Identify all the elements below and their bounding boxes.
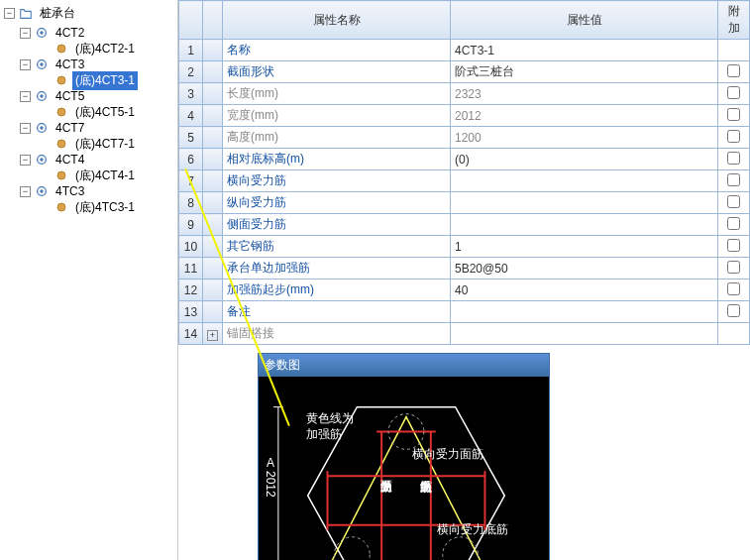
- tree-root[interactable]: − 桩承台: [0, 2, 177, 25]
- prop-value[interactable]: 1: [451, 236, 718, 258]
- tree-leaf[interactable]: (底)4CT5-1: [20, 104, 177, 120]
- prop-value[interactable]: 2323: [451, 83, 718, 105]
- prop-value[interactable]: [451, 170, 718, 192]
- grid-row[interactable]: 2截面形状阶式三桩台: [179, 61, 750, 83]
- extra-checkbox[interactable]: [727, 173, 740, 186]
- svg-point-11: [57, 140, 65, 148]
- prop-name[interactable]: 截面形状: [223, 61, 451, 83]
- row-expand[interactable]: +: [203, 323, 223, 345]
- svg-point-5: [57, 76, 65, 84]
- collapse-icon[interactable]: −: [4, 8, 15, 19]
- prop-name[interactable]: 加强筋起步(mm): [223, 280, 451, 301]
- collapse-icon[interactable]: −: [20, 91, 31, 102]
- main-panel: 属性名称 属性值 附加 1名称4CT3-12截面形状阶式三桩台3长度(mm)23…: [178, 0, 750, 560]
- prop-name[interactable]: 高度(mm): [223, 127, 451, 149]
- svg-point-13: [40, 158, 44, 162]
- tree-leaf-label[interactable]: (底)4CT4-1: [72, 167, 138, 185]
- prop-value[interactable]: [451, 301, 718, 323]
- prop-name[interactable]: 横向受力筋: [223, 170, 451, 192]
- tree-leaf[interactable]: (底)4CT4-1: [20, 168, 177, 183]
- grid-row[interactable]: 13备注: [179, 301, 750, 323]
- collapse-icon[interactable]: −: [20, 123, 31, 134]
- extra-checkbox[interactable]: [727, 239, 740, 252]
- prop-name[interactable]: 相对底标高(m): [223, 149, 451, 170]
- note-line2: 加强筋: [306, 426, 342, 443]
- prop-value[interactable]: [451, 192, 718, 214]
- prop-name[interactable]: 名称: [223, 40, 451, 61]
- prop-name[interactable]: 长度(mm): [223, 83, 451, 105]
- tree-leaf[interactable]: (底)4CT2-1: [20, 41, 177, 56]
- tree-root-label[interactable]: 桩承台: [37, 4, 78, 23]
- grid-row[interactable]: 6相对底标高(m)(0): [179, 149, 750, 170]
- prop-value[interactable]: 1200: [451, 127, 718, 149]
- grid-row[interactable]: 7横向受力筋: [179, 170, 750, 192]
- extra-checkbox[interactable]: [727, 195, 740, 208]
- prop-extra: [718, 40, 750, 61]
- prop-extra: [718, 127, 750, 149]
- prop-name[interactable]: 纵向受力筋: [223, 192, 451, 214]
- extra-checkbox[interactable]: [727, 304, 740, 317]
- grid-row[interactable]: 3长度(mm)2323: [179, 83, 750, 105]
- prop-name[interactable]: 宽度(mm): [223, 105, 451, 127]
- prop-name[interactable]: 承台单边加强筋: [223, 258, 451, 280]
- tree-leaf-label[interactable]: (底)4CT7-1: [72, 135, 138, 154]
- grid-row[interactable]: 11承台单边加强筋5B20@50: [179, 258, 750, 280]
- leaf-icon: [54, 200, 68, 214]
- tree-panel: − 桩承台 −4CT2(底)4CT2-1−4CT3(底)4CT3-1−4CT5(…: [0, 0, 178, 560]
- svg-point-17: [57, 203, 65, 211]
- svg-point-30: [443, 537, 479, 560]
- tree-leaf-label[interactable]: (底)4CT2-1: [72, 40, 138, 58]
- prop-value[interactable]: 2012: [451, 105, 718, 127]
- tree-leaf-label[interactable]: (底)4TC3-1: [72, 198, 138, 217]
- header-extra: 附加: [718, 1, 750, 40]
- prop-extra: [718, 83, 750, 105]
- tree-leaf[interactable]: (底)4CT7-1: [20, 136, 177, 152]
- collapse-icon[interactable]: −: [20, 59, 31, 70]
- grid-row[interactable]: 8纵向受力筋: [179, 192, 750, 214]
- collapse-icon[interactable]: −: [20, 155, 31, 166]
- extra-checkbox[interactable]: [727, 261, 740, 274]
- prop-value[interactable]: [451, 214, 718, 236]
- row-expand: [203, 258, 223, 280]
- prop-value[interactable]: 40: [451, 280, 718, 301]
- tree-leaf[interactable]: (底)4CT3-1: [20, 72, 177, 88]
- grid-row[interactable]: 4宽度(mm)2012: [179, 105, 750, 127]
- grid-row[interactable]: 9侧面受力筋: [179, 214, 750, 236]
- grid-row[interactable]: 5高度(mm)1200: [179, 127, 750, 149]
- grid-row[interactable]: 1名称4CT3-1: [179, 40, 750, 61]
- tree-leaf-label[interactable]: (底)4CT5-1: [72, 103, 138, 122]
- tree-leaf[interactable]: (底)4TC3-1: [20, 199, 177, 215]
- tree-leaf-label[interactable]: (底)4CT3-1: [72, 71, 138, 90]
- grid-row[interactable]: 10其它钢筋1: [179, 236, 750, 258]
- row-number: 6: [179, 149, 203, 170]
- prop-value[interactable]: 4CT3-1: [451, 40, 718, 61]
- header-value: 属性值: [451, 1, 718, 40]
- svg-point-14: [57, 171, 65, 179]
- note-line1: 黄色线为: [306, 410, 354, 427]
- prop-value[interactable]: (0): [451, 149, 718, 170]
- prop-value[interactable]: 5B20@50: [451, 258, 718, 280]
- collapse-icon[interactable]: −: [20, 28, 31, 39]
- collapse-icon[interactable]: −: [20, 186, 31, 197]
- extra-checkbox[interactable]: [727, 152, 740, 165]
- extra-checkbox[interactable]: [727, 217, 740, 230]
- leaf-icon: [54, 137, 68, 151]
- extra-checkbox[interactable]: [727, 108, 740, 121]
- label-h-bot: 横向受力底筋: [437, 521, 508, 538]
- row-number: 14: [179, 323, 203, 345]
- extra-checkbox[interactable]: [727, 86, 740, 99]
- prop-name[interactable]: 侧面受力筋: [223, 214, 451, 236]
- row-expand: [203, 301, 223, 323]
- prop-extra: [718, 192, 750, 214]
- prop-name[interactable]: 备注: [223, 301, 451, 323]
- folder-icon: [19, 7, 33, 21]
- extra-checkbox[interactable]: [727, 64, 740, 77]
- prop-value[interactable]: [451, 323, 718, 345]
- grid-row[interactable]: 14+锚固搭接: [179, 323, 750, 345]
- extra-checkbox[interactable]: [727, 282, 740, 295]
- grid-row[interactable]: 12加强筋起步(mm)40: [179, 280, 750, 301]
- prop-name[interactable]: 锚固搭接: [223, 323, 451, 345]
- prop-value[interactable]: 阶式三桩台: [451, 61, 718, 83]
- prop-name[interactable]: 其它钢筋: [223, 236, 451, 258]
- extra-checkbox[interactable]: [727, 130, 740, 143]
